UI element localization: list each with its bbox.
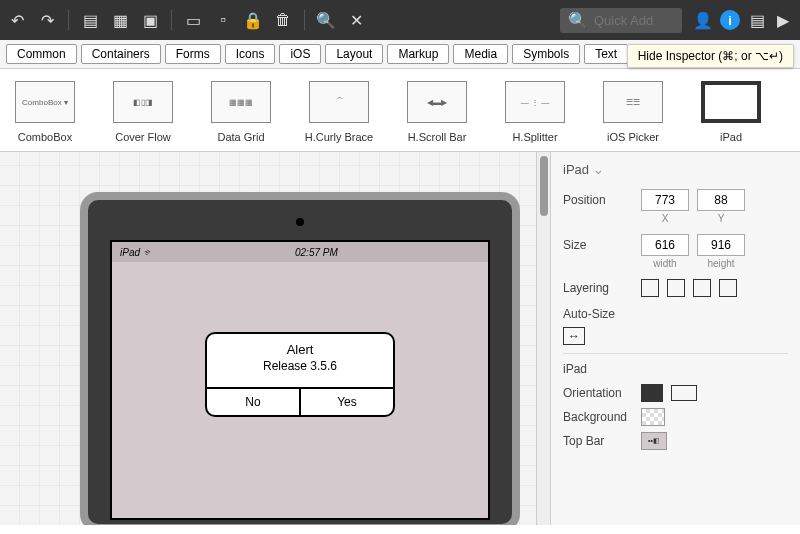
orientation-label: Orientation <box>563 386 633 400</box>
trash-icon[interactable]: 🗑 <box>274 11 292 29</box>
inspector-title[interactable]: iPad <box>563 162 788 177</box>
position-label: Position <box>563 193 633 207</box>
send-backward-icon[interactable] <box>667 279 685 297</box>
copy-icon[interactable]: ▤ <box>81 11 99 29</box>
ipad-screen: iPad ᯤ 02:57 PM Alert Release 3.5.6 No Y… <box>110 240 490 520</box>
export-icon[interactable]: ✕ <box>347 11 365 29</box>
send-back-icon[interactable] <box>719 279 737 297</box>
play-icon[interactable]: ▶ <box>774 11 792 29</box>
tab-markup[interactable]: Markup <box>387 44 449 64</box>
alert-message: Release 3.5.6 <box>207 359 393 387</box>
comp-scrollbar[interactable]: ◀▬▶H.Scroll Bar <box>402 81 472 143</box>
height-input[interactable] <box>697 234 745 256</box>
size-label: Size <box>563 238 633 252</box>
comp-iphone[interactable]: iPhone <box>794 81 800 143</box>
tab-media[interactable]: Media <box>453 44 508 64</box>
component-tray: ComboBox ▾ComboBox ◧▯◨Cover Flow ▦▦▦Data… <box>0 69 800 152</box>
comp-splitter[interactable]: — ⋮ —H.Splitter <box>500 81 570 143</box>
orientation-landscape-button[interactable] <box>671 385 697 401</box>
list-icon[interactable]: ▤ <box>748 11 766 29</box>
tab-ios[interactable]: iOS <box>279 44 321 64</box>
search-icon: 🔍 <box>568 11 588 30</box>
info-icon[interactable]: i <box>720 10 740 30</box>
ungroup-icon[interactable]: ▫ <box>214 11 232 29</box>
alert-dialog[interactable]: Alert Release 3.5.6 No Yes <box>205 332 395 417</box>
background-label: Background <box>563 410 633 424</box>
tab-containers[interactable]: Containers <box>81 44 161 64</box>
inspector-panel: iPad Position XY Size widthheight Layeri… <box>550 152 800 525</box>
status-bar: iPad ᯤ 02:57 PM <box>112 242 488 262</box>
comp-curlybrace[interactable]: ⏜H.Curly Brace <box>304 81 374 143</box>
bring-forward-icon[interactable] <box>641 279 659 297</box>
tab-symbols[interactable]: Symbols <box>512 44 580 64</box>
tab-forms[interactable]: Forms <box>165 44 221 64</box>
tab-common[interactable]: Common <box>6 44 77 64</box>
tab-layout[interactable]: Layout <box>325 44 383 64</box>
device-section-label: iPad <box>563 362 788 376</box>
comp-datagrid[interactable]: ▦▦▦Data Grid <box>206 81 276 143</box>
comp-combobox[interactable]: ComboBox ▾ComboBox <box>10 81 80 143</box>
camera-icon <box>296 218 304 226</box>
tab-icons[interactable]: Icons <box>225 44 276 64</box>
alert-title: Alert <box>207 334 393 359</box>
redo-icon[interactable]: ↷ <box>38 11 56 29</box>
bring-front-icon[interactable] <box>693 279 711 297</box>
search-input[interactable] <box>594 13 674 28</box>
comp-iospicker[interactable]: ☰☰iOS Picker <box>598 81 668 143</box>
status-time: 02:57 PM <box>295 247 338 258</box>
comp-coverflow[interactable]: ◧▯◨Cover Flow <box>108 81 178 143</box>
workspace: iPad ᯤ 02:57 PM Alert Release 3.5.6 No Y… <box>0 152 800 525</box>
layering-label: Layering <box>563 281 633 295</box>
comp-ipad[interactable]: iPad <box>696 81 766 143</box>
inspector-tooltip: Hide Inspector (⌘; or ⌥↵) <box>627 44 794 68</box>
width-input[interactable] <box>641 234 689 256</box>
zoom-icon[interactable]: 🔍 <box>317 11 335 29</box>
lock-icon[interactable]: 🔒 <box>244 11 262 29</box>
position-y-input[interactable] <box>697 189 745 211</box>
background-swatch[interactable] <box>641 408 665 426</box>
tab-text[interactable]: Text <box>584 44 628 64</box>
undo-icon[interactable]: ↶ <box>8 11 26 29</box>
canvas[interactable]: iPad ᯤ 02:57 PM Alert Release 3.5.6 No Y… <box>0 152 536 525</box>
ipad-mockup[interactable]: iPad ᯤ 02:57 PM Alert Release 3.5.6 No Y… <box>80 192 520 525</box>
alert-yes-button[interactable]: Yes <box>301 389 393 415</box>
main-toolbar: ↶ ↷ ▤ ▦ ▣ ▭ ▫ 🔒 🗑 🔍 ✕ 🔍 👤 i ▤ ▶ <box>0 0 800 40</box>
clipboard-icon[interactable]: ▣ <box>141 11 159 29</box>
orientation-portrait-button[interactable] <box>641 384 663 402</box>
autosize-horizontal-icon[interactable]: ↔ <box>563 327 585 345</box>
autosize-label: Auto-Size <box>563 307 633 321</box>
position-x-input[interactable] <box>641 189 689 211</box>
topbar-label: Top Bar <box>563 434 633 448</box>
alert-no-button[interactable]: No <box>207 389 301 415</box>
group-icon[interactable]: ▭ <box>184 11 202 29</box>
quick-add-search[interactable]: 🔍 <box>560 8 682 33</box>
vertical-scrollbar[interactable] <box>536 152 550 525</box>
topbar-swatch[interactable]: ••◧ <box>641 432 667 450</box>
user-icon[interactable]: 👤 <box>694 11 712 29</box>
paste-icon[interactable]: ▦ <box>111 11 129 29</box>
